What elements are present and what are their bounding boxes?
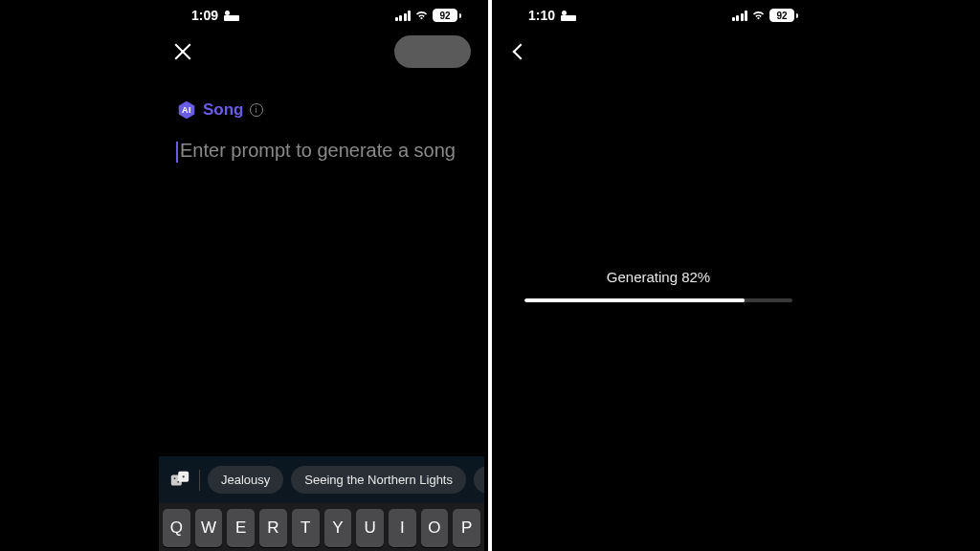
ai-song-badge-row: AI Song i	[159, 99, 484, 121]
suggestion-chip[interactable]: Seeing the Northern Lights	[291, 466, 466, 494]
key-r[interactable]: R	[259, 509, 287, 547]
back-icon[interactable]	[513, 44, 529, 60]
key-y[interactable]: Y	[324, 509, 352, 547]
info-icon[interactable]: i	[250, 103, 263, 117]
ai-hexagon-icon: AI	[176, 99, 197, 121]
status-left: 1:09	[191, 8, 239, 23]
battery-indicator: 92	[433, 9, 461, 22]
status-bar: 1:09 92	[159, 0, 484, 31]
song-label: Song	[203, 100, 244, 120]
screen-divider	[488, 0, 492, 551]
generating-prefix: Generating	[607, 269, 681, 285]
status-time: 1:10	[528, 8, 555, 23]
ai-badge-text: AI	[182, 105, 191, 115]
suggestion-divider	[199, 470, 200, 491]
generating-label: Generating 82%	[607, 269, 710, 285]
battery-level: 92	[433, 9, 457, 22]
battery-level: 92	[769, 9, 794, 22]
suggestion-row: Jealousy Seeing the Northern Lights Gard…	[159, 456, 484, 503]
svg-point-3	[183, 475, 185, 477]
wifi-icon	[414, 10, 429, 21]
progress-bar	[524, 298, 792, 302]
key-t[interactable]: T	[292, 509, 320, 547]
sleep-focus-icon	[224, 10, 239, 21]
wifi-icon	[751, 10, 766, 21]
bottom-stack: Jealousy Seeing the Northern Lights Gard…	[159, 456, 484, 551]
status-right: 92	[732, 9, 799, 22]
screen-prompt: 1:09 92 AI	[159, 0, 484, 551]
key-w[interactable]: W	[195, 509, 223, 547]
status-bar: 1:10 92	[496, 0, 821, 31]
suggestion-chip[interactable]: Gardening with	[474, 466, 484, 494]
suggestion-chip[interactable]: Jealousy	[208, 466, 283, 494]
status-left: 1:10	[528, 8, 576, 23]
key-i[interactable]: I	[389, 509, 416, 547]
status-right: 92	[395, 9, 462, 22]
svg-point-4	[174, 477, 176, 479]
key-u[interactable]: U	[356, 509, 384, 547]
svg-point-5	[177, 480, 179, 482]
key-q[interactable]: Q	[163, 509, 190, 547]
cellular-signal-icon	[732, 11, 748, 21]
screen-generating: 1:10 92 Generating 82%	[496, 0, 821, 551]
key-p[interactable]: P	[453, 509, 480, 547]
submit-button[interactable]	[394, 35, 471, 68]
sleep-focus-icon	[561, 10, 576, 21]
generating-panel: Generating 82%	[496, 269, 821, 302]
dice-icon[interactable]	[168, 469, 191, 492]
prompt-placeholder: Enter prompt to generate a song	[180, 140, 456, 161]
key-e[interactable]: E	[227, 509, 255, 547]
progress-fill	[524, 298, 745, 302]
text-cursor	[176, 142, 178, 163]
cellular-signal-icon	[395, 11, 412, 21]
generating-suffix: %	[698, 269, 710, 285]
keyboard[interactable]: Q W E R T Y U I O P	[159, 503, 484, 551]
nav-bar	[496, 31, 821, 73]
battery-indicator: 92	[769, 9, 798, 22]
key-o[interactable]: O	[421, 509, 449, 547]
prompt-input[interactable]: Enter prompt to generate a song	[176, 140, 467, 163]
status-time: 1:09	[191, 8, 218, 23]
close-icon[interactable]	[172, 41, 193, 62]
generating-percent: 82	[681, 269, 698, 285]
prompt-area[interactable]: Enter prompt to generate a song	[159, 140, 484, 163]
keyboard-row: Q W E R T Y U I O P	[163, 509, 480, 547]
nav-bar	[159, 31, 484, 73]
